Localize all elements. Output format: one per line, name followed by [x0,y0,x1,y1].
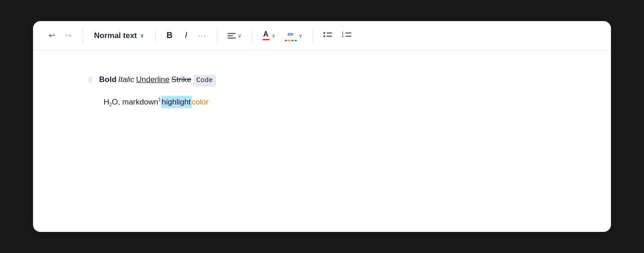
text-bold: Bold [99,73,117,86]
highlighted-text: highlight [161,96,192,108]
font-color-icon: A [262,31,270,40]
divider-4 [252,29,252,42]
more-icon: ··· [199,32,207,39]
italic-icon: I [185,31,187,40]
undo-redo-group: ↩ ↪ [44,28,76,44]
bold-button[interactable]: B [162,28,178,44]
unordered-list-icon [323,31,333,41]
colored-text: color [192,96,209,108]
highlight-dropdown[interactable]: ✏ ∨ [281,28,306,44]
divider-5 [313,29,313,42]
ordered-list-button[interactable]: 1. 2. [338,28,355,44]
pencil-icon: ✏ [288,30,294,39]
color-dot-orange [288,40,290,41]
text-style-dropdown[interactable]: Normal text ∨ [89,28,149,44]
text-style-label: Normal text [94,31,137,40]
divider-2 [155,29,155,42]
subscript-2: 2 [109,102,112,107]
more-format-button[interactable]: ··· [195,28,211,44]
format-group: B I ··· [162,28,211,44]
text-strikethrough: Strike [172,73,191,86]
undo-button[interactable]: ↩ [44,28,60,44]
undo-icon: ↩ [49,31,55,40]
svg-text:1.: 1. [342,31,344,34]
divider-3 [217,29,217,42]
font-color-chevron-icon: ∨ [272,33,276,39]
text-italic: Italic [118,73,134,86]
bold-icon: B [167,31,172,40]
svg-rect-5 [345,33,351,33]
editor-container: ↩ ↪ Normal text ∨ B I ··· [33,21,611,232]
svg-rect-1 [327,33,332,33]
h2o-text: H2O, markdown1 [104,96,161,109]
superscript-1: 1 [158,97,161,102]
italic-button[interactable]: I [178,28,194,44]
align-icon [228,33,236,38]
unordered-list-button[interactable] [320,28,336,44]
color-dot-blue [294,40,297,41]
svg-point-0 [323,32,325,34]
align-line-3 [228,38,236,38]
chevron-down-icon: ∨ [140,33,144,39]
text-code: Code [193,75,216,87]
content-line-2: H2O, markdown1 highlight color [88,91,556,113]
svg-rect-7 [345,36,351,37]
content-line-1: ⠿ Bold Italic Underline Strike Code [88,69,556,91]
ordered-list-icon: 1. 2. [342,31,352,41]
highlight-icon: ✏ [285,30,297,41]
toolbar: ↩ ↪ Normal text ∨ B I ··· [33,21,611,50]
divider-1 [83,29,83,42]
align-chevron-icon: ∨ [238,33,242,39]
align-lines [228,33,236,38]
redo-icon: ↪ [65,31,72,40]
align-line-2 [228,35,233,36]
content-area[interactable]: ⠿ Bold Italic Underline Strike Code H2O,… [33,50,611,232]
alignment-dropdown[interactable]: ∨ [224,28,245,44]
font-color-dropdown[interactable]: A ∨ [259,28,279,44]
text-underline: Underline [136,73,170,86]
redo-button[interactable]: ↪ [61,28,76,44]
color-dot-green [291,40,294,41]
highlight-chevron-icon: ∨ [299,33,303,39]
svg-rect-3 [327,36,332,37]
align-line-1 [228,33,236,34]
drag-handle-1[interactable]: ⠿ [88,75,93,85]
svg-point-2 [323,35,325,37]
svg-text:2.: 2. [342,34,344,38]
color-dot-red [285,40,287,41]
highlight-color-bar [285,40,297,41]
